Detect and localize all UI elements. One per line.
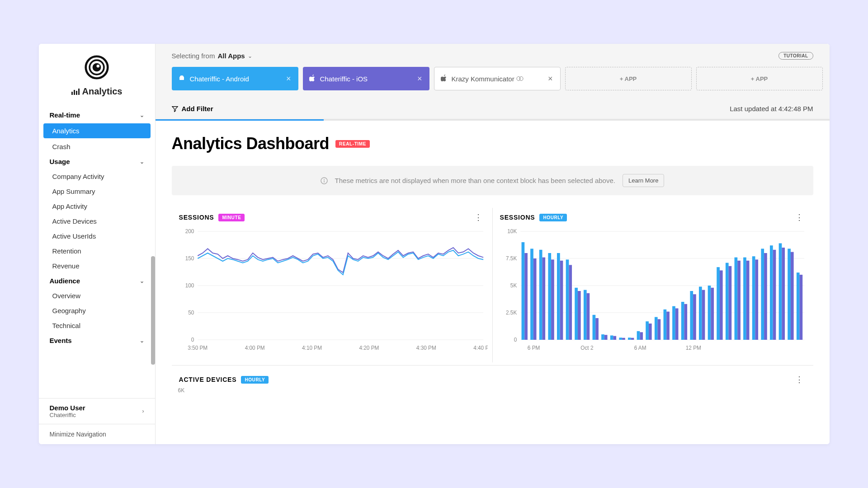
nav-section-usage[interactable]: Usage⌄: [39, 154, 155, 169]
svg-point-7: [519, 77, 523, 81]
svg-text:100: 100: [185, 282, 194, 289]
svg-rect-93: [769, 245, 773, 340]
svg-rect-58: [613, 336, 616, 340]
nav-item-active-devices[interactable]: Active Devices: [39, 214, 155, 229]
svg-rect-66: [648, 324, 651, 340]
logo-area: Analytics: [39, 44, 155, 101]
nav-item-technical[interactable]: Technical: [39, 318, 155, 333]
svg-rect-67: [654, 317, 657, 340]
chart-title: SESSIONS: [500, 214, 535, 221]
svg-rect-54: [595, 318, 599, 340]
svg-rect-46: [560, 261, 563, 340]
nav-item-app-summary[interactable]: App Summary: [39, 184, 155, 199]
remove-chip-button[interactable]: ×: [285, 74, 292, 84]
add-app-chip[interactable]: + APP: [696, 67, 823, 90]
svg-text:10K: 10K: [507, 228, 517, 235]
notice-text: These metrics are not displayed when mor…: [335, 177, 615, 184]
chart-menu-button[interactable]: ⋮: [793, 375, 806, 385]
svg-rect-98: [790, 252, 793, 340]
context-chip-chateriffic-ios[interactable]: Chateriffic - iOS×: [303, 67, 429, 90]
svg-rect-68: [657, 319, 660, 340]
nav-item-geography[interactable]: Geography: [39, 303, 155, 318]
context-chip-krazy-kommunicator[interactable]: Krazy Kommunicator×: [434, 67, 561, 90]
svg-rect-70: [666, 312, 670, 340]
svg-text:Oct 2: Oct 2: [580, 345, 594, 351]
svg-rect-96: [782, 248, 785, 340]
svg-text:4:30 PM: 4:30 PM: [416, 345, 436, 351]
svg-rect-50: [577, 291, 580, 340]
add-filter-button[interactable]: Add Filter: [172, 105, 213, 113]
svg-rect-84: [728, 266, 731, 340]
svg-text:4:20 PM: 4:20 PM: [359, 345, 379, 351]
svg-rect-92: [764, 253, 767, 340]
context-selector[interactable]: Selecting from All Apps ⌄: [172, 52, 252, 60]
hourly-badge: HOURLY: [241, 376, 269, 384]
svg-rect-10: [324, 180, 324, 183]
context-chips: Chateriffic - Android×Chateriffic - iOS×…: [172, 67, 813, 90]
svg-rect-44: [551, 259, 554, 340]
svg-rect-63: [637, 331, 640, 340]
add-app-chip[interactable]: + APP: [565, 67, 692, 90]
tutorial-button[interactable]: TUTORIAL: [778, 52, 813, 60]
svg-rect-71: [672, 306, 675, 340]
svg-rect-59: [619, 338, 622, 340]
remove-chip-button[interactable]: ×: [547, 74, 554, 84]
nav-item-retention[interactable]: Retention: [39, 244, 155, 258]
nav-item-revenue[interactable]: Revenue: [39, 258, 155, 273]
svg-rect-80: [711, 288, 714, 340]
nav-section-real-time[interactable]: Real-time⌄: [39, 108, 155, 122]
svg-text:6 AM: 6 AM: [634, 345, 646, 351]
svg-point-2: [97, 65, 100, 68]
nav-item-company-activity[interactable]: Company Activity: [39, 169, 155, 184]
hourly-badge: HOURLY: [539, 214, 567, 221]
chart-menu-button[interactable]: ⋮: [793, 212, 806, 222]
info-icon: [321, 177, 328, 184]
nav-item-active-userids[interactable]: Active UserIds: [39, 229, 155, 244]
learn-more-button[interactable]: Learn More: [623, 174, 664, 187]
nav-item-overview[interactable]: Overview: [39, 288, 155, 303]
svg-rect-89: [752, 256, 755, 340]
brand-text: Analytics: [82, 86, 123, 97]
svg-point-9: [324, 179, 325, 180]
chart-menu-button[interactable]: ⋮: [472, 212, 485, 222]
nav-section-audience[interactable]: Audience⌄: [39, 273, 155, 288]
svg-rect-76: [693, 294, 696, 340]
svg-text:4:10 PM: 4:10 PM: [302, 345, 322, 351]
svg-rect-87: [743, 258, 746, 340]
minimize-nav-button[interactable]: Minimize Navigation: [39, 424, 155, 444]
nav-item-app-activity[interactable]: App Activity: [39, 199, 155, 214]
svg-rect-47: [566, 259, 569, 340]
nav-section-events[interactable]: Events⌄: [39, 333, 155, 348]
chart-sessions-minute: SESSIONS MINUTE ⋮ 0501001502003:50 PM4:0…: [172, 208, 493, 362]
chart-title: SESSIONS: [179, 214, 214, 221]
svg-rect-82: [719, 270, 722, 340]
svg-text:3:50 PM: 3:50 PM: [188, 345, 208, 351]
svg-text:12 PM: 12 PM: [685, 345, 701, 351]
chevron-down-icon: ⌄: [140, 338, 144, 344]
svg-text:0: 0: [514, 337, 517, 343]
logo-icon: [84, 55, 109, 80]
nav-item-crash[interactable]: Crash: [39, 139, 155, 154]
other-icon: [441, 75, 447, 83]
svg-rect-40: [533, 258, 536, 340]
user-name: Demo User: [50, 404, 85, 412]
main: Selecting from All Apps ⌄ TUTORIAL Chate…: [156, 44, 830, 444]
svg-text:5K: 5K: [510, 282, 516, 289]
remove-chip-button[interactable]: ×: [416, 74, 423, 84]
filter-icon: [172, 106, 178, 112]
nav-item-analytics[interactable]: Analytics: [43, 123, 151, 138]
svg-rect-61: [627, 338, 631, 340]
svg-rect-60: [622, 338, 625, 340]
svg-rect-38: [524, 253, 528, 340]
context-chip-chateriffic-android[interactable]: Chateriffic - Android×: [172, 67, 298, 90]
user-menu[interactable]: Demo User Chateriffic ›: [39, 398, 155, 424]
svg-rect-3: [179, 77, 184, 80]
content-scroll[interactable]: Analytics Dashboard REAL-TIME These metr…: [156, 121, 830, 444]
filter-row: Add Filter Last updated at 4:42:48 PM: [156, 99, 830, 119]
svg-rect-95: [778, 243, 782, 340]
chevron-right-icon: ›: [142, 408, 144, 414]
svg-rect-51: [583, 290, 586, 340]
chevron-down-icon: ⌄: [140, 159, 144, 165]
svg-rect-78: [702, 290, 705, 340]
sidebar-scroll-thumb[interactable]: [151, 256, 155, 365]
